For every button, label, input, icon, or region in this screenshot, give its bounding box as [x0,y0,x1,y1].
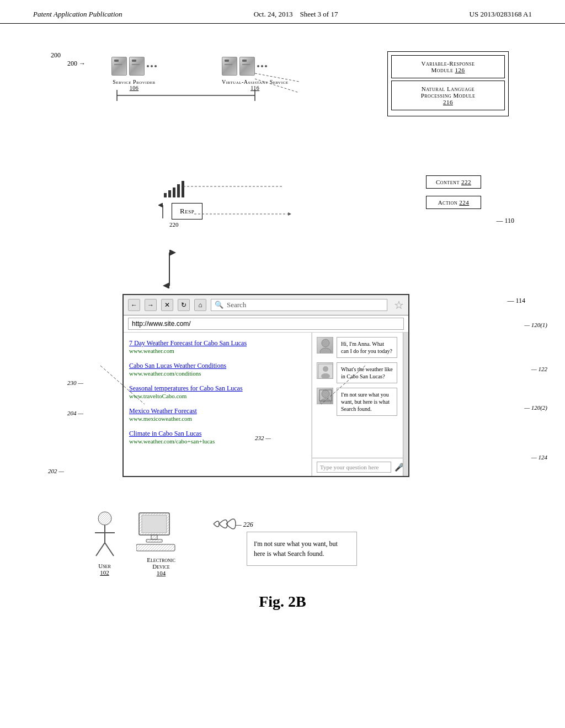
svg-line-22 [96,543,105,556]
anna-icon-2 [317,388,333,404]
svg-line-23 [105,543,114,556]
ref-202: 202 — [48,468,64,474]
svg-point-14 [322,390,329,398]
figure-container: 200 200 → Service Provider [45,51,520,611]
search-result-2: Cabo San Lucas Weather Conditions www.we… [129,362,306,377]
anna-icon [317,338,333,354]
result-url-5: www.weather.com/cabo+san+lucas [129,438,306,445]
sound-waves [211,516,238,534]
signal-dashes [183,184,321,206]
bracket-svg [106,84,266,106]
anna-avatar-2 [317,388,333,404]
speech-bubble: I'm not sure what you want, but here is … [247,532,357,566]
content-box: Content 222 [426,175,492,189]
result-url-3: www.traveltoCabo.com [129,393,306,399]
server-4 [239,57,255,76]
virtual-assistant-servers [222,57,255,76]
server-2 [129,57,145,76]
svg-point-19 [98,512,111,525]
forward-button[interactable]: → [145,299,157,311]
resp-up-arrow [158,203,167,220]
result-link-3[interactable]: Seasonal temperatures for Cabo San Lucas [129,384,306,393]
user-stick-figure [89,511,120,560]
page-header: Patent Application Publication Oct. 24, … [0,0,565,24]
chat-panel: Hi, I'm Anna. What can I do for you toda… [312,333,408,476]
header-date: Oct. 24, 2013 [254,10,293,18]
action-label-box: Action 224 [426,196,481,209]
home-button[interactable]: ⌂ [194,299,206,311]
svg-point-13 [321,373,330,379]
user-figure-group: User 102 [89,511,120,576]
header-left: Patent Application Publication [33,10,122,19]
dashed-lines-svg [255,68,398,101]
result-link-5[interactable]: Climate in Cabo San Lucas [129,430,306,438]
module-outer-box: Variable-ResponseModule 126 Natural Lang… [387,51,509,116]
chat-text-1: Hi, I'm Anna. What can I do for you toda… [337,337,397,358]
search-result-5: Climate in Cabo San Lucas www.weather.co… [129,430,306,445]
address-bar [124,315,408,333]
action-box: Action 224 [426,196,492,209]
ref-200-arrow: 200 → [67,60,86,68]
address-input[interactable] [128,318,404,330]
svg-line-3 [255,73,299,82]
search-result-4: Mexico Weather Forecast www.mexicoweathe… [129,407,306,422]
chat-input-area: Type your question here 🎤 [312,458,408,476]
device-label: Electronic Device 104 [147,556,175,576]
ref-124: — 124 [531,454,547,461]
browser-toolbar: ← → ✕ ↻ ⌂ 🔍 Search ☆ [124,295,408,315]
double-arrow-svg [161,250,178,288]
search-label: Search [227,301,246,309]
result-url-2: www.weather.com/conditions [129,370,306,377]
chat-bubble-3: I'm not sure what you want, but here is … [317,388,404,416]
chat-input[interactable]: Type your question here [317,462,391,473]
main-content: 200 200 → Service Provider [0,24,565,633]
module-outer: Variable-ResponseModule 126 Natural Lang… [387,51,509,116]
result-url-1: www.weather.com [129,347,306,354]
user-icon-1 [317,363,333,379]
ref-120-2: — 120(2) [524,404,547,411]
result-link-1[interactable]: 7 Day Weather Forecast for Cabo San Luca… [129,339,306,347]
ref-110: — 110 [496,217,514,225]
svg-rect-26 [151,535,157,539]
svg-line-4 [255,79,299,93]
user-label: User 102 [98,563,111,576]
chat-text-2: What's the weather like in Cabo San Luca… [337,362,397,383]
browser-window: ← → ✕ ↻ ⌂ 🔍 Search ☆ [122,294,409,477]
search-results: 7 Day Weather Forecast for Cabo San Luca… [124,333,312,476]
chat-bubble-2: What's the weather like in Cabo San Luca… [317,362,404,383]
figure-label: Fig. 2B [45,593,520,611]
chat-text-3: I'm not sure what you want, but here is … [337,388,397,416]
chat-bubble-1: Hi, I'm Anna. What can I do for you toda… [317,337,404,358]
svg-point-12 [323,366,328,372]
refresh-button[interactable]: ↻ [178,299,190,311]
ref-230: 230 — [67,379,83,386]
resp-action-dash [194,210,305,221]
server-3 [222,57,237,76]
bookmark-icon[interactable]: ☆ [394,298,404,312]
stop-button[interactable]: ✕ [161,299,173,311]
search-bar[interactable]: 🔍 Search [211,299,387,311]
ref-120-1: — 120(1) [524,322,547,328]
speech-bubble-group: — 226 I'm not sure what you want, but he… [236,521,357,566]
service-provider-servers [111,57,145,76]
server-1 [111,57,127,76]
svg-rect-28 [136,544,175,551]
search-result-1: 7 Day Weather Forecast for Cabo San Luca… [129,339,306,354]
result-link-4[interactable]: Mexico Weather Forecast [129,407,306,415]
chat-scrollbar[interactable] [403,333,408,476]
browser-body: 7 Day Weather Forecast for Cabo San Luca… [124,333,408,476]
svg-point-10 [320,348,331,354]
result-link-2[interactable]: Cabo San Lucas Weather Conditions [129,362,306,370]
header-sheet: Sheet 3 of 17 [300,10,338,18]
header-right: US 2013/0283168 A1 [470,10,532,19]
device-figure-group: Electronic Device 104 [136,510,186,576]
svg-point-15 [320,399,331,404]
sound-waves-svg [211,516,238,532]
signal-bars [164,181,184,197]
nlp-module: Natural LanguageProcessing Module216 [391,81,505,110]
anna-avatar-1 [317,337,333,354]
search-result-3: Seasonal temperatures for Cabo San Lucas… [129,384,306,399]
svg-rect-27 [146,539,162,542]
back-button[interactable]: ← [128,299,140,311]
figure-ref-200: 200 [51,51,61,60]
